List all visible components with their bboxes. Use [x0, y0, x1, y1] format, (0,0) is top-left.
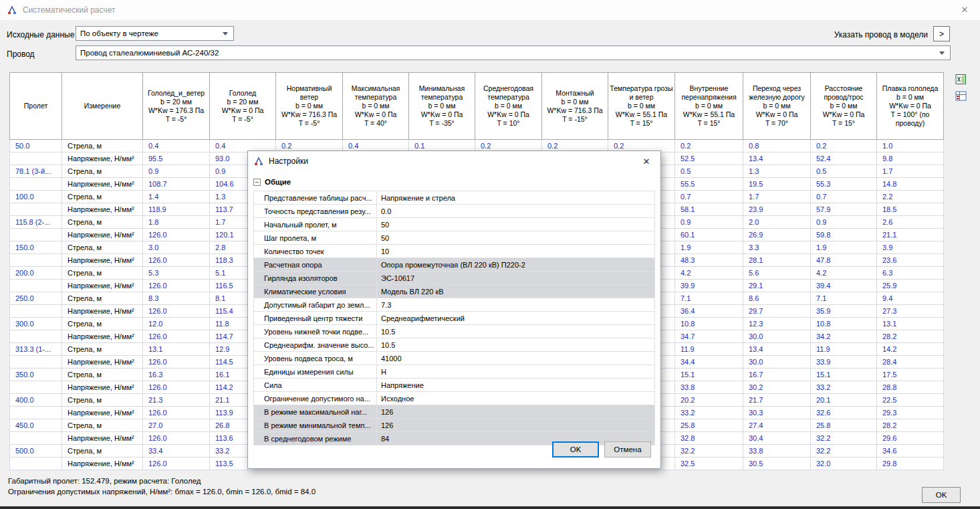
column-header[interactable]: Максимальная температура b = 0 мм W*Kw =…	[343, 73, 409, 140]
value-cell[interactable]: 32.8	[675, 432, 743, 445]
value-cell[interactable]: 29.3	[877, 407, 944, 419]
value-cell[interactable]: 27.4	[743, 419, 811, 432]
column-header[interactable]: Монтажный b = 0 мм W*Kw = 716.3 Па T = -…	[542, 73, 608, 140]
source-data-combo[interactable]: По объекту в чертеже	[76, 26, 234, 41]
value-cell[interactable]: 20.2	[675, 394, 743, 407]
value-cell[interactable]: 33.8	[743, 445, 811, 457]
value-cell[interactable]: 32.0	[811, 457, 877, 470]
value-cell[interactable]: 0.9	[143, 165, 210, 178]
property-label[interactable]: Начальный пролет, м	[253, 218, 377, 231]
measure-cell[interactable]: Напряжение, Н/мм²	[62, 280, 143, 292]
span-cell[interactable]	[10, 178, 62, 191]
column-header[interactable]: Среднегодовая температура b = 0 мм W*Kw …	[475, 73, 542, 140]
value-cell[interactable]: 48.3	[675, 254, 743, 267]
measure-cell[interactable]: Стрела, м	[62, 241, 143, 254]
span-cell[interactable]	[10, 330, 62, 343]
measure-cell[interactable]: Стрела, м	[62, 191, 143, 203]
value-cell[interactable]: 17.5	[877, 369, 944, 381]
span-cell[interactable]	[10, 280, 62, 292]
value-cell[interactable]: 25.9	[877, 280, 944, 292]
measure-cell[interactable]: Напряжение, Н/мм²	[62, 178, 143, 191]
value-cell[interactable]: 28.2	[877, 330, 944, 343]
property-value[interactable]: 41000	[377, 352, 655, 365]
property-label[interactable]: Сила	[253, 379, 377, 391]
value-cell[interactable]: 6.3	[877, 267, 944, 280]
property-value[interactable]: Исходное	[377, 392, 655, 405]
measure-cell[interactable]: Стрела, м	[62, 267, 143, 280]
value-cell[interactable]: 5.3	[143, 267, 210, 280]
settings-ok-button[interactable]: OK	[552, 441, 599, 457]
value-cell[interactable]: 32.5	[675, 457, 743, 470]
measure-cell[interactable]: Стрела, м	[62, 165, 143, 178]
value-cell[interactable]: 23.9	[743, 203, 811, 216]
value-cell[interactable]: 0.5	[811, 165, 877, 178]
settings-dialog-titlebar[interactable]: Настройки ✕	[248, 151, 660, 171]
property-label[interactable]: Уровень подвеса троса, м	[253, 352, 377, 365]
value-cell[interactable]: 126.0	[143, 280, 210, 292]
value-cell[interactable]: 3.9	[877, 241, 944, 254]
value-cell[interactable]: 25.8	[811, 419, 877, 432]
property-label[interactable]: В среднегодовом режиме	[253, 432, 377, 445]
measure-cell[interactable]: Стрела, м	[62, 292, 143, 305]
span-cell[interactable]	[10, 229, 62, 241]
property-value[interactable]: 126	[377, 419, 655, 431]
value-cell[interactable]: 33.9	[811, 356, 877, 369]
column-header[interactable]: Пролет	[10, 73, 62, 140]
value-cell[interactable]: 32.2	[811, 432, 877, 445]
measure-cell[interactable]: Напряжение, Н/мм²	[62, 305, 143, 318]
value-cell[interactable]: 2.2	[877, 191, 944, 203]
value-cell[interactable]: 0.9	[811, 216, 877, 229]
value-cell[interactable]: 11.9	[675, 343, 743, 356]
export-excel-icon[interactable]	[955, 74, 967, 85]
value-cell[interactable]: 11.9	[811, 343, 877, 356]
measure-cell[interactable]: Стрела, м	[62, 445, 143, 457]
value-cell[interactable]: 0.2	[811, 140, 877, 152]
value-cell[interactable]: 16.3	[143, 369, 210, 381]
pick-wire-button[interactable]: >	[933, 26, 950, 41]
property-value[interactable]: 50	[377, 218, 655, 231]
value-cell[interactable]: 1.3	[743, 165, 811, 178]
measure-cell[interactable]: Напряжение, Н/мм²	[62, 330, 143, 343]
value-cell[interactable]: 52.4	[811, 152, 877, 165]
measure-cell[interactable]: Напряжение, Н/мм²	[62, 407, 143, 419]
measure-cell[interactable]: Стрела, м	[62, 394, 143, 407]
span-cell[interactable]	[10, 381, 62, 394]
measure-cell[interactable]: Стрела, м	[62, 419, 143, 432]
chevron-down-icon[interactable]	[223, 32, 228, 35]
value-cell[interactable]: 55.5	[675, 178, 743, 191]
value-cell[interactable]: 10.8	[675, 318, 743, 330]
value-cell[interactable]: 23.6	[877, 254, 944, 267]
value-cell[interactable]: 34.7	[675, 330, 743, 343]
value-cell[interactable]: 19.5	[743, 178, 811, 191]
value-cell[interactable]: 18.5	[877, 203, 944, 216]
value-cell[interactable]: 21.7	[743, 394, 811, 407]
value-cell[interactable]: 108.7	[143, 178, 210, 191]
property-value[interactable]: Опора промежуточная (ВЛ 220 кВ) П220-2	[377, 258, 655, 271]
span-cell[interactable]: 400.0	[10, 394, 62, 407]
value-cell[interactable]: 0.7	[811, 191, 877, 203]
property-value[interactable]: 0.0	[377, 205, 655, 217]
value-cell[interactable]: 28.1	[743, 254, 811, 267]
value-cell[interactable]: 58.1	[675, 203, 743, 216]
value-cell[interactable]: 9.4	[877, 292, 944, 305]
value-cell[interactable]: 12.0	[143, 318, 210, 330]
span-cell[interactable]	[10, 305, 62, 318]
property-label[interactable]: Допустимый габарит до земл...	[253, 298, 377, 311]
column-header[interactable]: Температура грозы и ветер b = 0 мм W*Kw …	[608, 73, 675, 140]
value-cell[interactable]: 126.0	[143, 254, 210, 267]
value-cell[interactable]: 4.2	[811, 267, 877, 280]
value-cell[interactable]: 13.1	[877, 318, 944, 330]
measure-cell[interactable]: Стрела, м	[62, 216, 143, 229]
column-header[interactable]: Расстояние провод/трос b = 0 мм W*Kw = 0…	[811, 73, 877, 140]
value-cell[interactable]: 1.0	[877, 140, 944, 152]
property-value[interactable]: Напряжение	[377, 379, 655, 391]
column-header[interactable]: Внутренние перенапряжения b = 0 мм W*Kw …	[675, 73, 743, 140]
span-cell[interactable]	[10, 152, 62, 165]
span-cell[interactable]: 50.0	[10, 140, 62, 152]
value-cell[interactable]: 7.1	[675, 292, 743, 305]
value-cell[interactable]: 126.0	[143, 432, 210, 445]
value-cell[interactable]: 33.2	[675, 407, 743, 419]
value-cell[interactable]: 39.9	[675, 280, 743, 292]
span-cell[interactable]: 350.0	[10, 369, 62, 381]
value-cell[interactable]: 30.0	[743, 330, 811, 343]
